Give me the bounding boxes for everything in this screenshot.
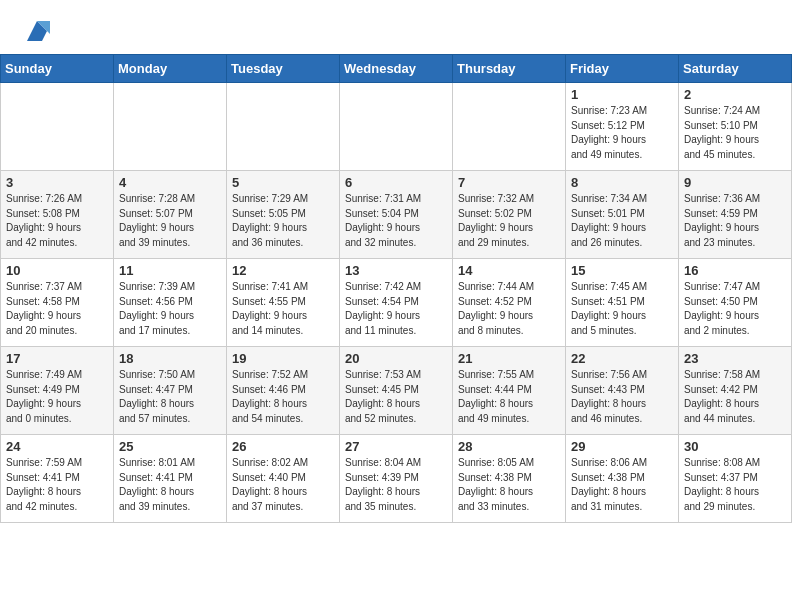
day-number: 29 (571, 439, 673, 454)
calendar-cell: 7Sunrise: 7:32 AM Sunset: 5:02 PM Daylig… (453, 171, 566, 259)
day-number: 2 (684, 87, 786, 102)
day-info: Sunrise: 7:45 AM Sunset: 4:51 PM Dayligh… (571, 280, 673, 338)
calendar-cell: 6Sunrise: 7:31 AM Sunset: 5:04 PM Daylig… (340, 171, 453, 259)
day-info: Sunrise: 7:53 AM Sunset: 4:45 PM Dayligh… (345, 368, 447, 426)
day-info: Sunrise: 7:31 AM Sunset: 5:04 PM Dayligh… (345, 192, 447, 250)
calendar-cell: 21Sunrise: 7:55 AM Sunset: 4:44 PM Dayli… (453, 347, 566, 435)
day-number: 23 (684, 351, 786, 366)
calendar-cell: 25Sunrise: 8:01 AM Sunset: 4:41 PM Dayli… (114, 435, 227, 523)
calendar-table: SundayMondayTuesdayWednesdayThursdayFrid… (0, 54, 792, 523)
page-header (0, 0, 792, 54)
day-number: 25 (119, 439, 221, 454)
calendar-cell (227, 83, 340, 171)
calendar-cell: 23Sunrise: 7:58 AM Sunset: 4:42 PM Dayli… (679, 347, 792, 435)
day-info: Sunrise: 7:56 AM Sunset: 4:43 PM Dayligh… (571, 368, 673, 426)
calendar-cell: 13Sunrise: 7:42 AM Sunset: 4:54 PM Dayli… (340, 259, 453, 347)
day-number: 19 (232, 351, 334, 366)
calendar-cell (340, 83, 453, 171)
calendar-cell: 29Sunrise: 8:06 AM Sunset: 4:38 PM Dayli… (566, 435, 679, 523)
calendar-header-monday: Monday (114, 55, 227, 83)
day-info: Sunrise: 7:24 AM Sunset: 5:10 PM Dayligh… (684, 104, 786, 162)
day-info: Sunrise: 7:47 AM Sunset: 4:50 PM Dayligh… (684, 280, 786, 338)
day-number: 10 (6, 263, 108, 278)
calendar-cell: 18Sunrise: 7:50 AM Sunset: 4:47 PM Dayli… (114, 347, 227, 435)
day-number: 14 (458, 263, 560, 278)
calendar-header-friday: Friday (566, 55, 679, 83)
calendar-cell: 17Sunrise: 7:49 AM Sunset: 4:49 PM Dayli… (1, 347, 114, 435)
day-number: 1 (571, 87, 673, 102)
calendar-week-4: 17Sunrise: 7:49 AM Sunset: 4:49 PM Dayli… (1, 347, 792, 435)
day-info: Sunrise: 7:34 AM Sunset: 5:01 PM Dayligh… (571, 192, 673, 250)
calendar-cell: 15Sunrise: 7:45 AM Sunset: 4:51 PM Dayli… (566, 259, 679, 347)
day-info: Sunrise: 7:55 AM Sunset: 4:44 PM Dayligh… (458, 368, 560, 426)
calendar-header-wednesday: Wednesday (340, 55, 453, 83)
day-number: 7 (458, 175, 560, 190)
day-info: Sunrise: 7:58 AM Sunset: 4:42 PM Dayligh… (684, 368, 786, 426)
day-number: 24 (6, 439, 108, 454)
calendar-header-saturday: Saturday (679, 55, 792, 83)
day-number: 30 (684, 439, 786, 454)
day-number: 15 (571, 263, 673, 278)
calendar-cell: 27Sunrise: 8:04 AM Sunset: 4:39 PM Dayli… (340, 435, 453, 523)
day-number: 28 (458, 439, 560, 454)
day-number: 16 (684, 263, 786, 278)
calendar-cell: 5Sunrise: 7:29 AM Sunset: 5:05 PM Daylig… (227, 171, 340, 259)
calendar-cell: 19Sunrise: 7:52 AM Sunset: 4:46 PM Dayli… (227, 347, 340, 435)
calendar-header-row: SundayMondayTuesdayWednesdayThursdayFrid… (1, 55, 792, 83)
calendar-cell: 28Sunrise: 8:05 AM Sunset: 4:38 PM Dayli… (453, 435, 566, 523)
calendar-cell: 10Sunrise: 7:37 AM Sunset: 4:58 PM Dayli… (1, 259, 114, 347)
calendar-cell: 30Sunrise: 8:08 AM Sunset: 4:37 PM Dayli… (679, 435, 792, 523)
day-number: 5 (232, 175, 334, 190)
calendar-cell: 9Sunrise: 7:36 AM Sunset: 4:59 PM Daylig… (679, 171, 792, 259)
calendar-header-tuesday: Tuesday (227, 55, 340, 83)
calendar-cell: 26Sunrise: 8:02 AM Sunset: 4:40 PM Dayli… (227, 435, 340, 523)
day-number: 26 (232, 439, 334, 454)
calendar-cell (453, 83, 566, 171)
day-info: Sunrise: 7:41 AM Sunset: 4:55 PM Dayligh… (232, 280, 334, 338)
day-info: Sunrise: 7:50 AM Sunset: 4:47 PM Dayligh… (119, 368, 221, 426)
day-number: 18 (119, 351, 221, 366)
calendar-cell (1, 83, 114, 171)
calendar-cell: 4Sunrise: 7:28 AM Sunset: 5:07 PM Daylig… (114, 171, 227, 259)
calendar-cell: 1Sunrise: 7:23 AM Sunset: 5:12 PM Daylig… (566, 83, 679, 171)
calendar-cell: 8Sunrise: 7:34 AM Sunset: 5:01 PM Daylig… (566, 171, 679, 259)
day-number: 17 (6, 351, 108, 366)
calendar-week-3: 10Sunrise: 7:37 AM Sunset: 4:58 PM Dayli… (1, 259, 792, 347)
calendar-header-thursday: Thursday (453, 55, 566, 83)
day-info: Sunrise: 7:37 AM Sunset: 4:58 PM Dayligh… (6, 280, 108, 338)
day-number: 12 (232, 263, 334, 278)
day-info: Sunrise: 7:49 AM Sunset: 4:49 PM Dayligh… (6, 368, 108, 426)
day-number: 11 (119, 263, 221, 278)
day-info: Sunrise: 8:04 AM Sunset: 4:39 PM Dayligh… (345, 456, 447, 514)
day-info: Sunrise: 7:36 AM Sunset: 4:59 PM Dayligh… (684, 192, 786, 250)
day-info: Sunrise: 7:42 AM Sunset: 4:54 PM Dayligh… (345, 280, 447, 338)
calendar-cell: 20Sunrise: 7:53 AM Sunset: 4:45 PM Dayli… (340, 347, 453, 435)
day-number: 9 (684, 175, 786, 190)
calendar-week-2: 3Sunrise: 7:26 AM Sunset: 5:08 PM Daylig… (1, 171, 792, 259)
calendar-week-1: 1Sunrise: 7:23 AM Sunset: 5:12 PM Daylig… (1, 83, 792, 171)
day-number: 27 (345, 439, 447, 454)
calendar-cell: 14Sunrise: 7:44 AM Sunset: 4:52 PM Dayli… (453, 259, 566, 347)
logo-icon (22, 16, 52, 46)
day-number: 13 (345, 263, 447, 278)
day-number: 4 (119, 175, 221, 190)
calendar-cell: 2Sunrise: 7:24 AM Sunset: 5:10 PM Daylig… (679, 83, 792, 171)
day-number: 6 (345, 175, 447, 190)
day-info: Sunrise: 7:59 AM Sunset: 4:41 PM Dayligh… (6, 456, 108, 514)
day-number: 3 (6, 175, 108, 190)
calendar-cell: 24Sunrise: 7:59 AM Sunset: 4:41 PM Dayli… (1, 435, 114, 523)
calendar-cell: 16Sunrise: 7:47 AM Sunset: 4:50 PM Dayli… (679, 259, 792, 347)
day-number: 22 (571, 351, 673, 366)
day-info: Sunrise: 8:06 AM Sunset: 4:38 PM Dayligh… (571, 456, 673, 514)
day-info: Sunrise: 7:23 AM Sunset: 5:12 PM Dayligh… (571, 104, 673, 162)
logo (20, 16, 52, 46)
day-info: Sunrise: 8:01 AM Sunset: 4:41 PM Dayligh… (119, 456, 221, 514)
calendar-cell: 12Sunrise: 7:41 AM Sunset: 4:55 PM Dayli… (227, 259, 340, 347)
day-info: Sunrise: 7:29 AM Sunset: 5:05 PM Dayligh… (232, 192, 334, 250)
day-info: Sunrise: 7:39 AM Sunset: 4:56 PM Dayligh… (119, 280, 221, 338)
day-info: Sunrise: 7:26 AM Sunset: 5:08 PM Dayligh… (6, 192, 108, 250)
calendar-cell: 3Sunrise: 7:26 AM Sunset: 5:08 PM Daylig… (1, 171, 114, 259)
day-number: 21 (458, 351, 560, 366)
day-info: Sunrise: 7:52 AM Sunset: 4:46 PM Dayligh… (232, 368, 334, 426)
day-info: Sunrise: 8:02 AM Sunset: 4:40 PM Dayligh… (232, 456, 334, 514)
